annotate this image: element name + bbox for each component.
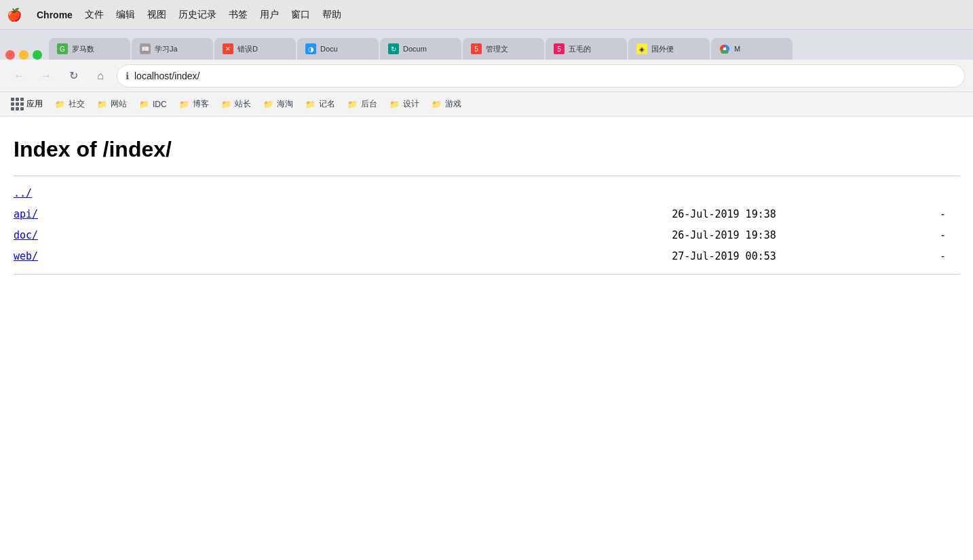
tab-favicon-1: G xyxy=(57,43,68,54)
tab-6[interactable]: 5 管理文 xyxy=(463,38,544,60)
tab-favicon-3: ✕ xyxy=(223,43,233,54)
bookmark-folder-icon-3: 📁 xyxy=(139,100,149,109)
menu-help[interactable]: 帮助 xyxy=(322,9,341,21)
bookmark-folder-icon-2: 📁 xyxy=(97,100,107,109)
bookmark-website[interactable]: 📁 网站 xyxy=(92,96,132,113)
menu-history[interactable]: 历史记录 xyxy=(178,9,216,21)
page-title: Index of /index/ xyxy=(14,137,959,162)
tab-2[interactable]: 📖 学习Ja xyxy=(132,38,213,60)
bookmark-label-3: IDC xyxy=(153,100,167,109)
tab-label-3: 错误D xyxy=(237,44,258,54)
tab-label-4: Docu xyxy=(320,45,338,53)
apple-menu[interactable]: 🍎 xyxy=(7,7,22,22)
bookmark-blog[interactable]: 📁 博客 xyxy=(174,96,214,113)
bookmark-idc[interactable]: 📁 IDC xyxy=(134,97,172,112)
file-link-parent[interactable]: ../ xyxy=(14,184,149,203)
home-button[interactable]: ⌂ xyxy=(90,65,111,87)
tab-8[interactable]: ◈ 国外便 xyxy=(628,38,710,60)
address-bar[interactable]: ℹ localhost/index/ xyxy=(117,64,965,87)
top-divider xyxy=(14,176,959,176)
bookmark-haitao[interactable]: 📁 海淘 xyxy=(258,96,299,113)
menu-user[interactable]: 用户 xyxy=(260,9,279,21)
bookmark-jiming[interactable]: 📁 记名 xyxy=(300,96,341,113)
tab-7[interactable]: 5 五毛的 xyxy=(546,38,627,60)
window-minimize-btn[interactable] xyxy=(19,50,28,60)
bookmark-label-2: 网站 xyxy=(111,98,127,110)
tab-favicon-4: ◑ xyxy=(305,43,316,54)
bookmark-webmaster[interactable]: 📁 站长 xyxy=(216,96,256,113)
file-size-doc: - xyxy=(892,226,959,245)
file-date-api: 26-Jul-2019 19:38 xyxy=(149,205,892,224)
file-row-api: api/ 26-Jul-2019 19:38 - xyxy=(14,204,959,225)
tab-favicon-5: ↻ xyxy=(388,43,399,54)
file-size-web: - xyxy=(892,247,959,266)
menu-window[interactable]: 窗口 xyxy=(291,9,310,21)
tab-favicon-8: ◈ xyxy=(636,43,647,54)
file-row-web: web/ 27-Jul-2019 00:53 - xyxy=(14,246,959,267)
file-date-web: 27-Jul-2019 00:53 xyxy=(149,247,892,266)
file-link-web[interactable]: web/ xyxy=(14,247,149,266)
tab-9[interactable]: M xyxy=(711,38,793,60)
bookmark-label-5: 站长 xyxy=(235,98,251,110)
tab-favicon-7: 5 xyxy=(554,43,565,54)
menu-bookmarks[interactable]: 书签 xyxy=(229,9,248,21)
svg-point-1 xyxy=(723,47,727,51)
tab-bar: G 罗马数 📖 学习Ja ✕ 错误D ◑ Docu ↻ Docum 5 管理文 … xyxy=(0,30,973,60)
bookmark-folder-icon-10: 📁 xyxy=(432,100,442,109)
tab-label-2: 学习Ja xyxy=(155,44,178,54)
bookmark-folder-icon-7: 📁 xyxy=(305,100,316,109)
file-row-doc: doc/ 26-Jul-2019 19:38 - xyxy=(14,225,959,246)
menu-chrome[interactable]: Chrome xyxy=(37,9,73,20)
window-close-btn[interactable] xyxy=(5,50,15,60)
bookmark-folder-icon-8: 📁 xyxy=(347,100,358,109)
nav-bar: ← → ↻ ⌂ ℹ localhost/index/ xyxy=(0,60,973,92)
apps-button[interactable]: 应用 xyxy=(5,95,48,113)
file-size-api: - xyxy=(892,205,959,224)
bookmark-games[interactable]: 📁 游戏 xyxy=(426,96,467,113)
tab-label-9: M xyxy=(734,45,740,53)
tab-label-8: 国外便 xyxy=(651,44,674,54)
page-content: Index of /index/ ../ api/ 26-Jul-2019 19… xyxy=(0,117,973,560)
bookmarks-bar: 应用 📁 社交 📁 网站 📁 IDC 📁 博客 📁 站长 📁 海淘 📁 记名 xyxy=(0,92,973,117)
bookmark-folder-icon-5: 📁 xyxy=(221,100,231,109)
forward-button[interactable]: → xyxy=(35,65,57,87)
file-date-doc: 26-Jul-2019 19:38 xyxy=(149,226,892,245)
tab-5[interactable]: ↻ Docum xyxy=(380,38,461,60)
menu-bar: 🍎 Chrome 文件 编辑 视图 历史记录 书签 用户 窗口 帮助 xyxy=(0,0,973,30)
window-maximize-btn[interactable] xyxy=(33,50,42,60)
back-button[interactable]: ← xyxy=(8,65,30,87)
bookmark-folder-icon-6: 📁 xyxy=(263,100,273,109)
url-display: localhost/index/ xyxy=(134,71,200,81)
tab-1[interactable]: G 罗马数 xyxy=(49,38,130,60)
menu-view[interactable]: 视图 xyxy=(147,9,166,21)
tab-favicon-6: 5 xyxy=(471,43,482,54)
bookmark-folder-icon: 📁 xyxy=(55,100,65,109)
tab-3[interactable]: ✕ 错误D xyxy=(214,38,296,60)
apps-label: 应用 xyxy=(26,98,43,110)
file-row-parent: ../ xyxy=(14,183,959,204)
file-listing: ../ api/ 26-Jul-2019 19:38 - doc/ 26-Jul… xyxy=(14,183,959,267)
tab-label-5: Docum xyxy=(403,45,427,53)
tab-favicon-2: 📖 xyxy=(140,43,151,54)
bookmark-design[interactable]: 📁 设计 xyxy=(384,96,425,113)
file-link-api[interactable]: api/ xyxy=(14,205,149,224)
menu-file[interactable]: 文件 xyxy=(85,9,104,21)
tab-label-6: 管理文 xyxy=(486,44,508,54)
menu-edit[interactable]: 编辑 xyxy=(116,9,135,21)
bookmark-label-8: 后台 xyxy=(361,98,377,110)
bookmark-label-6: 海淘 xyxy=(277,98,293,110)
tab-label-1: 罗马数 xyxy=(72,44,94,54)
bookmark-label-4: 博客 xyxy=(193,98,209,110)
bookmark-folder-icon-9: 📁 xyxy=(389,100,400,109)
tab-favicon-9 xyxy=(719,43,730,54)
bookmark-backend[interactable]: 📁 后台 xyxy=(342,96,383,113)
bookmark-label-10: 游戏 xyxy=(445,98,461,110)
tab-4[interactable]: ◑ Docu xyxy=(297,38,379,60)
bookmark-folder-icon-4: 📁 xyxy=(179,100,189,109)
bookmark-social[interactable]: 📁 社交 xyxy=(50,96,90,113)
file-link-doc[interactable]: doc/ xyxy=(14,226,149,245)
bookmark-label: 社交 xyxy=(69,98,85,110)
refresh-button[interactable]: ↻ xyxy=(62,65,84,87)
apps-grid-icon xyxy=(11,98,24,111)
chrome-toolbar: G 罗马数 📖 学习Ja ✕ 错误D ◑ Docu ↻ Docum 5 管理文 … xyxy=(0,30,973,117)
